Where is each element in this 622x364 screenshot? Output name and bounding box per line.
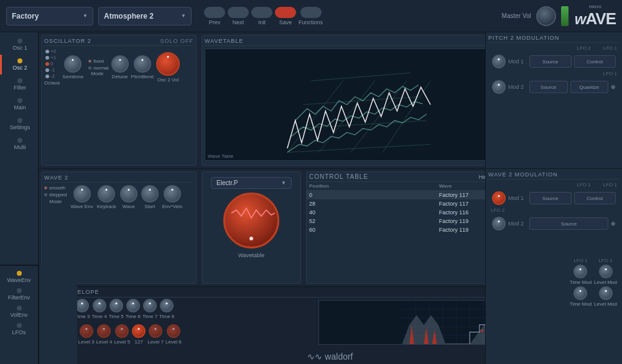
init-button[interactable] [251, 7, 272, 18]
next-button[interactable] [228, 7, 249, 18]
pitch2mod-lfo-headers: LFO 2 LFO 1 [488, 45, 620, 51]
level6-knob[interactable] [132, 324, 146, 338]
pitch2mod-mod2-row: Mod 2 Source Quantize ⊕ [488, 78, 620, 96]
pitch2mod-mod1-knob[interactable] [492, 55, 506, 68]
preset-dropdown[interactable]: Atmosphere 2 ▼ [98, 7, 192, 25]
sidebar-item-filter[interactable]: Filter [0, 75, 38, 94]
wave2mod-mod1-source[interactable]: Source [529, 192, 572, 204]
semitone-container: Semitone [62, 55, 83, 80]
level3-label: Level 3 [78, 339, 95, 345]
prev-button[interactable] [204, 7, 225, 18]
sidebar-item-osc1[interactable]: Osc 1 [0, 35, 38, 55]
waldorf-logo-text: ∿∿ waldorf [307, 352, 353, 362]
wave2mod-mod2-source[interactable]: Source [529, 217, 608, 230]
sidebar-item-multi[interactable]: Multi [0, 134, 38, 154]
solo-off-label: Solo Off [160, 38, 193, 44]
time8-knob[interactable] [160, 299, 174, 312]
octave-label: Octave [44, 80, 60, 86]
time5-knob[interactable] [109, 299, 123, 312]
filterenv-sidebar-item[interactable]: FilterEnv [0, 286, 38, 303]
fixed-option[interactable]: fixed [88, 58, 108, 64]
wavetable-knob[interactable] [223, 193, 279, 248]
level5-knob[interactable] [115, 324, 129, 338]
time-mod-knob[interactable] [573, 265, 587, 278]
sidebar-settings-label: Settings [10, 124, 30, 130]
pitch2mod-section: PITCH 2 MODULATION LFO 2 LFO 1 Mod 1 Sou… [486, 32, 622, 169]
sidebar-item-main[interactable]: Main [0, 94, 38, 114]
master-vol-knob[interactable] [536, 6, 556, 26]
waveenv-dot [17, 271, 22, 276]
detune-knob[interactable] [111, 55, 129, 73]
save-button[interactable] [275, 7, 296, 18]
pitch2mod-mod1-source[interactable]: Source [529, 55, 572, 68]
time4-knob[interactable] [93, 299, 106, 312]
ct-position: 52 [307, 217, 437, 225]
osc1-indicator [17, 39, 22, 43]
lfos-sidebar-item[interactable]: LFOs [0, 321, 38, 338]
wave2-controls: smooth stepped Mode Wave Env [44, 185, 193, 209]
pitch2mod-mod2-source[interactable]: Source [529, 81, 568, 93]
wave-env-knob[interactable] [73, 185, 91, 202]
settings-indicator [17, 118, 22, 123]
wave-table-label: Wave Table [208, 153, 233, 159]
start-knob[interactable] [141, 185, 159, 202]
waveenv-sidebar-item[interactable]: WaveEnv [0, 268, 38, 286]
top-bar: Factory ▼ Atmosphere 2 ▼ Prev Next Init … [0, 0, 622, 32]
level-mod2-knob[interactable] [599, 286, 613, 300]
keytrack-container: Keytrack [97, 185, 116, 209]
pitch2mod-lfo1b-header: LFO 1 [488, 71, 620, 76]
time8-container: Time 8 [159, 299, 174, 319]
factory-label: Factory [12, 12, 39, 20]
preset-label: Atmosphere 2 [104, 12, 154, 20]
level-mod-label: Level Mod [594, 280, 617, 285]
level3-knob[interactable] [80, 324, 93, 338]
time-mod2-knob[interactable] [573, 286, 587, 300]
wave2mod-mod2-knob[interactable] [492, 217, 506, 230]
next-label: Next [233, 19, 244, 25]
svg-line-7 [311, 73, 411, 81]
factory-dropdown[interactable]: Factory ▼ [6, 7, 93, 25]
master-vol-section: Master Vol [502, 6, 569, 26]
next-group: Next [228, 7, 249, 25]
wave2-left: smooth stepped Mode [44, 185, 67, 209]
time7-knob[interactable] [143, 299, 157, 312]
wt-preset-dropdown[interactable]: Electr.P ▼ [211, 177, 292, 189]
normal-option[interactable]: normal [88, 65, 108, 71]
level7-knob[interactable] [149, 324, 162, 338]
keytrack-knob[interactable] [98, 185, 115, 202]
osc2vol-knob[interactable] [156, 52, 180, 76]
pitch2mod-mod2-quantize[interactable]: Quantize [570, 81, 609, 93]
time3-knob[interactable] [75, 299, 89, 312]
pitchbend-knob[interactable] [134, 55, 151, 73]
filter-indicator [17, 78, 22, 83]
semitone-knob[interactable] [64, 55, 81, 73]
bottom-left-sidebar: WaveEnv FilterEnv VolEnv LFOs [0, 265, 39, 364]
wave2mod-mod1-control[interactable]: Control [574, 192, 616, 204]
volenv-sidebar-item[interactable]: VolEnv [0, 303, 38, 321]
functions-button[interactable] [300, 7, 322, 18]
level4-knob[interactable] [97, 324, 111, 338]
lfo1-timemod-header: LFO 1 [573, 258, 587, 263]
level8-knob[interactable] [167, 324, 180, 338]
level8-container: Level 8 [165, 324, 182, 345]
time6-knob[interactable] [126, 299, 140, 312]
wave2-wave-knob[interactable] [120, 185, 137, 202]
sidebar-item-settings[interactable]: Settings [0, 114, 38, 134]
level-mod-knob[interactable] [599, 265, 613, 278]
lfo1-timemod-section: LFO 1 Time Mod Time Mod [570, 258, 592, 307]
stepped-radio [44, 193, 47, 196]
wave2mod-mod1-knob[interactable] [492, 191, 506, 205]
pitch2mod-mod1-control[interactable]: Control [574, 55, 616, 68]
wave2mod-link-icon[interactable]: ⊕ [611, 221, 616, 227]
sidebar-multi-label: Multi [14, 144, 26, 150]
volenv-label: VolEnv [10, 312, 27, 318]
time-mod2-container: Time Mod [570, 286, 592, 307]
sidebar-item-osc2[interactable]: Osc 2 [0, 55, 38, 75]
level-mod-container: Level Mod [594, 265, 617, 285]
stepped-option[interactable]: stepped [44, 192, 67, 198]
smooth-option[interactable]: smooth [44, 185, 67, 191]
wavetable-knob-dot [249, 237, 253, 240]
env-velo-knob[interactable] [164, 185, 181, 202]
pitch2mod-mod2-knob[interactable] [492, 80, 506, 94]
pitch2mod-link-icon[interactable]: ⊕ [611, 84, 616, 90]
